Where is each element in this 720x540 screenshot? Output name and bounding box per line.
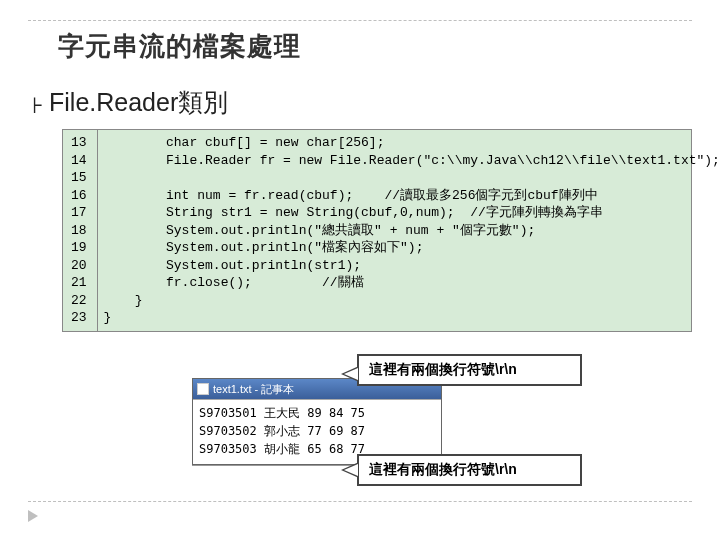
callout-tail-icon bbox=[341, 462, 359, 478]
callout-tail-icon bbox=[341, 366, 359, 382]
callout-2: 這裡有兩個換行符號\r\n bbox=[357, 454, 582, 486]
bottom-divider bbox=[28, 501, 692, 502]
callout-1: 這裡有兩個換行符號\r\n bbox=[357, 354, 582, 386]
code-gutter: 13 14 15 16 17 18 19 20 21 22 23 bbox=[63, 130, 98, 331]
notepad-icon bbox=[197, 383, 209, 395]
section-title: File.Reader類別 bbox=[49, 86, 228, 119]
callout-1-text: 這裡有兩個換行符號\r\n bbox=[369, 361, 517, 377]
slide: 字元串流的檔案處理 ⊦ File.Reader類別 13 14 15 16 17… bbox=[0, 0, 720, 540]
page-marker-icon bbox=[28, 510, 38, 522]
bullet-icon: ⊦ bbox=[32, 93, 43, 119]
notepad-row: S9703502 郭小志 77 69 87 bbox=[199, 422, 435, 440]
notepad-area: text1.txt - 記事本 S9703501 王大民 89 84 75S97… bbox=[192, 358, 592, 498]
notepad-title: text1.txt - 記事本 bbox=[213, 382, 294, 397]
slide-title: 字元串流的檔案處理 bbox=[58, 29, 692, 64]
code-block: 13 14 15 16 17 18 19 20 21 22 23 char cb… bbox=[62, 129, 692, 332]
code-body: char cbuf[] = new char[256]; File.Reader… bbox=[98, 130, 720, 331]
section: ⊦ File.Reader類別 13 14 15 16 17 18 19 20 … bbox=[28, 86, 692, 498]
notepad-window: text1.txt - 記事本 S9703501 王大民 89 84 75S97… bbox=[192, 378, 442, 465]
top-divider bbox=[28, 20, 692, 21]
notepad-row: S9703501 王大民 89 84 75 bbox=[199, 404, 435, 422]
callout-2-text: 這裡有兩個換行符號\r\n bbox=[369, 461, 517, 477]
